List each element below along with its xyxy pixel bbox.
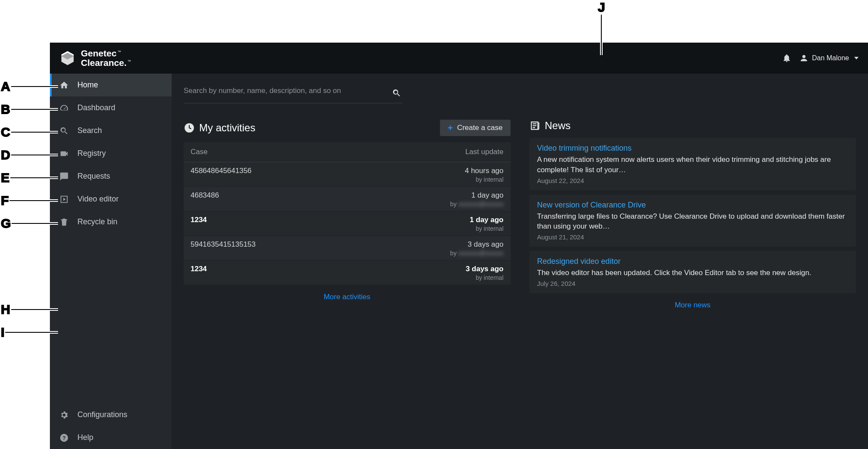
news-item[interactable]: New version of Clearance DriveTransferri… (529, 195, 856, 247)
case-id: 1234 (191, 265, 207, 273)
callout-B: B (0, 102, 58, 117)
camera-icon (59, 149, 69, 158)
sidebar-item-label: Home (77, 81, 98, 90)
case-by: by internal (418, 176, 504, 183)
activity-row[interactable]: 12343 days agoby internal (184, 260, 511, 285)
case-time: 3 days ago (418, 240, 504, 249)
news-item-date: July 26, 2024 (537, 280, 849, 287)
callout-D: D (0, 148, 58, 162)
plus-icon: + (448, 124, 453, 132)
case-id: 5941635415135153 (191, 240, 255, 248)
sidebar-item-label: Video editor (77, 195, 119, 204)
brand-line2: Clearance. (81, 58, 126, 68)
activities-title: My activities (184, 122, 255, 134)
callout-C: C (0, 125, 58, 139)
news-item-title[interactable]: Video trimming notifications (537, 144, 849, 153)
callout-F: F (0, 193, 58, 208)
callout-E: E (0, 170, 58, 185)
create-case-button[interactable]: + Create a case (440, 120, 511, 136)
chat-icon (59, 172, 69, 181)
more-news-link[interactable]: More news (675, 301, 711, 309)
more-activities-link[interactable]: More activities (323, 293, 370, 301)
callout-I: I (0, 325, 58, 340)
case-by: by internal (418, 225, 504, 232)
col-case-header: Case (191, 148, 435, 156)
search-container (184, 82, 403, 103)
gear-icon (59, 410, 69, 420)
case-by: by xxxxxxx@xxxxxx (418, 250, 504, 257)
brand: Genetec™ Clearance.™ (59, 49, 131, 68)
app-header: Genetec™ Clearance.™ Dan Malone (50, 43, 868, 74)
brand-line1: Genetec (81, 48, 117, 58)
sidebar-item-label: Dashboard (77, 103, 115, 112)
sidebar-item-home[interactable]: Home (50, 74, 172, 96)
sidebar: Home Dashboard Search Registry Requests (50, 74, 172, 449)
trash-icon (59, 217, 69, 227)
brand-logo-icon (59, 50, 76, 66)
sidebar-item-label: Registry (77, 149, 106, 158)
play-box-icon (59, 195, 69, 204)
sidebar-item-registry[interactable]: Registry (50, 142, 172, 165)
case-by: by xxxxxxx@xxxxxx (418, 201, 504, 207)
svg-text:?: ? (62, 434, 66, 441)
case-id: 4683486 (191, 191, 219, 199)
sidebar-item-label: Recycle bin (77, 217, 117, 226)
user-menu[interactable]: Dan Malone (799, 53, 859, 63)
search-icon (59, 126, 69, 136)
activity-row[interactable]: 46834861 day agoby xxxxxxx@xxxxxx (184, 187, 511, 211)
user-icon (799, 53, 809, 63)
activity-row[interactable]: 12341 day agoby internal (184, 211, 511, 236)
activity-row[interactable]: 4586486456413564 hours agoby internal (184, 162, 511, 187)
news-column: News Video trimming notificationsA new n… (529, 120, 856, 315)
news-item-date: August 22, 2024 (537, 177, 849, 184)
bell-icon[interactable] (782, 53, 791, 63)
sidebar-item-requests[interactable]: Requests (50, 165, 172, 188)
news-item-desc: The video editor has been updated. Click… (537, 268, 849, 278)
chevron-down-icon (854, 57, 859, 59)
sidebar-item-label: Search (77, 126, 102, 135)
callout-G: G (0, 216, 58, 231)
news-item-desc: A new notification system now alerts use… (537, 155, 849, 175)
news-item-date: August 21, 2024 (537, 233, 849, 241)
case-by: by internal (418, 274, 504, 281)
activities-table: Case Last update 4586486456413564 hours … (184, 142, 511, 285)
case-time: 1 day ago (418, 191, 504, 200)
user-name: Dan Malone (812, 54, 849, 62)
sidebar-item-label: Configurations (77, 410, 127, 419)
callout-A: A (0, 79, 58, 94)
case-id: 458648645641356 (191, 167, 252, 175)
case-time: 1 day ago (418, 216, 504, 224)
sidebar-item-search[interactable]: Search (50, 119, 172, 142)
case-id: 1234 (191, 216, 207, 224)
activities-column: My activities + Create a case Case Last … (184, 120, 511, 307)
search-input[interactable] (184, 82, 403, 103)
sidebar-item-recyclebin[interactable]: Recycle bin (50, 211, 172, 233)
news-item[interactable]: Video trimming notificationsA new notifi… (529, 138, 856, 190)
sidebar-item-dashboard[interactable]: Dashboard (50, 96, 172, 119)
sidebar-item-configurations[interactable]: Configurations (50, 403, 172, 426)
sidebar-item-label: Help (77, 433, 93, 442)
callout-H: H (0, 302, 58, 317)
news-title: News (529, 120, 571, 132)
news-item[interactable]: Redesigned video editorThe video editor … (529, 251, 856, 293)
home-icon (59, 81, 69, 90)
case-time: 4 hours ago (418, 167, 504, 175)
activity-row[interactable]: 59416354151351533 days agoby xxxxxxx@xxx… (184, 236, 511, 260)
sidebar-item-label: Requests (77, 172, 110, 181)
news-item-title[interactable]: New version of Clearance Drive (537, 201, 849, 210)
gauge-icon (59, 103, 69, 113)
search-button[interactable] (392, 88, 401, 98)
app-window: Genetec™ Clearance.™ Dan Malone Home (50, 43, 868, 449)
sidebar-item-help[interactable]: ? Help (50, 426, 172, 449)
sidebar-item-videoeditor[interactable]: Video editor (50, 188, 172, 211)
case-time: 3 days ago (418, 265, 504, 273)
news-item-title[interactable]: Redesigned video editor (537, 257, 849, 266)
main-content: My activities + Create a case Case Last … (172, 74, 868, 449)
col-update-header: Last update (435, 148, 504, 156)
news-item-desc: Transferring large files to Clearance? U… (537, 211, 849, 232)
activities-header-row: Case Last update (184, 142, 511, 162)
help-icon: ? (59, 433, 69, 443)
clock-icon (184, 122, 195, 133)
newspaper-icon (529, 120, 541, 131)
